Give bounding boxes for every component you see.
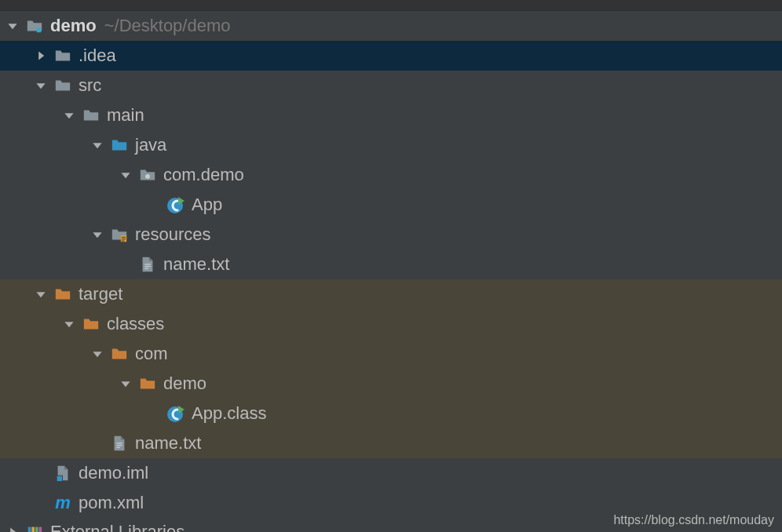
tree-row-nametxt-2[interactable]: name.txt [0, 428, 782, 458]
excluded-folder-icon [138, 374, 157, 393]
tree-label: External Libraries [50, 522, 185, 532]
excluded-folder-icon [82, 315, 100, 333]
svg-rect-9 [144, 268, 148, 269]
tree-row-main[interactable]: main [0, 100, 782, 130]
svg-rect-0 [37, 28, 42, 33]
tree-row-iml[interactable]: demo.iml [0, 458, 782, 488]
resources-folder-icon [110, 225, 129, 244]
svg-rect-12 [116, 445, 122, 446]
chevron-down-icon[interactable] [88, 225, 107, 244]
svg-rect-7 [144, 264, 150, 264]
tree-label: main [107, 105, 144, 126]
tree-row-classes[interactable]: classes [0, 309, 782, 339]
tree-row-java[interactable]: java [0, 130, 782, 160]
svg-rect-4 [122, 237, 126, 238]
svg-rect-16 [28, 527, 31, 532]
source-folder-icon [110, 136, 129, 155]
package-icon [138, 166, 157, 184]
chevron-down-icon[interactable] [31, 76, 50, 95]
tree-label: src [79, 75, 101, 96]
java-class-run-icon [166, 195, 185, 214]
svg-rect-5 [122, 239, 126, 239]
svg-rect-17 [31, 527, 35, 532]
tree-label: target [79, 284, 122, 304]
chevron-down-icon[interactable] [31, 285, 50, 304]
text-file-icon [110, 434, 129, 453]
svg-rect-11 [116, 443, 122, 443]
chevron-down-icon[interactable] [88, 136, 107, 155]
tree-row-app[interactable]: App [0, 190, 782, 220]
svg-rect-19 [39, 527, 42, 532]
maven-icon: m [53, 494, 72, 512]
project-path: ~/Desktop/demo [104, 16, 231, 36]
tree-label: name.txt [163, 254, 229, 275]
svg-rect-13 [116, 447, 120, 448]
watermark: https://blog.csdn.net/mouday [613, 513, 774, 527]
svg-rect-15 [57, 476, 62, 481]
project-name: demo [50, 16, 97, 36]
excluded-folder-icon [53, 285, 72, 304]
chevron-right-icon[interactable] [31, 46, 50, 65]
tree-label: com [135, 344, 168, 364]
chevron-down-icon[interactable] [60, 106, 79, 125]
java-class-run-icon [166, 404, 185, 423]
tree-row-nametxt-1[interactable]: name.txt [0, 250, 782, 279]
folder-icon [53, 46, 72, 65]
topbar [0, 0, 782, 11]
tree-label: demo [163, 373, 206, 394]
tree-row-resources[interactable]: resources [0, 220, 782, 250]
tree-label: demo.iml [79, 463, 148, 483]
svg-rect-18 [35, 527, 38, 532]
chevron-down-icon[interactable] [116, 166, 135, 184]
chevron-right-icon[interactable] [3, 523, 22, 532]
folder-icon [82, 106, 100, 125]
text-file-icon [138, 255, 157, 274]
tree-label: java [135, 135, 166, 155]
tree-row-com[interactable]: com [0, 339, 782, 369]
folder-icon [53, 76, 72, 95]
chevron-down-icon[interactable] [60, 315, 79, 333]
tree-label: .idea [79, 46, 116, 66]
chevron-down-icon[interactable] [88, 344, 107, 363]
tree-label: com.demo [163, 165, 244, 185]
tree-label: classes [107, 314, 164, 334]
svg-rect-6 [122, 240, 125, 241]
excluded-folder-icon [110, 344, 129, 363]
svg-rect-8 [144, 266, 150, 267]
tree-label: App [192, 195, 222, 215]
tree-label: App.class [192, 403, 266, 424]
tree-row-target[interactable]: target [0, 279, 782, 309]
chevron-down-icon[interactable] [116, 374, 135, 393]
tree-label: pom.xml [79, 493, 144, 513]
tree-row-appclass[interactable]: App.class [0, 399, 782, 428]
project-tree: demo ~/Desktop/demo .idea src main [0, 11, 782, 532]
tree-row-idea[interactable]: .idea [0, 41, 782, 71]
module-file-icon [53, 464, 72, 483]
tree-row-package[interactable]: com.demo [0, 160, 782, 190]
svg-point-1 [145, 174, 150, 179]
tree-label: name.txt [135, 433, 201, 454]
tree-label: resources [135, 224, 211, 245]
library-icon [25, 523, 44, 532]
chevron-down-icon[interactable] [3, 16, 22, 35]
module-folder-icon [25, 16, 44, 35]
tree-row-src[interactable]: src [0, 71, 782, 100]
tree-row-project-root[interactable]: demo ~/Desktop/demo [0, 11, 782, 41]
tree-row-demo[interactable]: demo [0, 369, 782, 399]
